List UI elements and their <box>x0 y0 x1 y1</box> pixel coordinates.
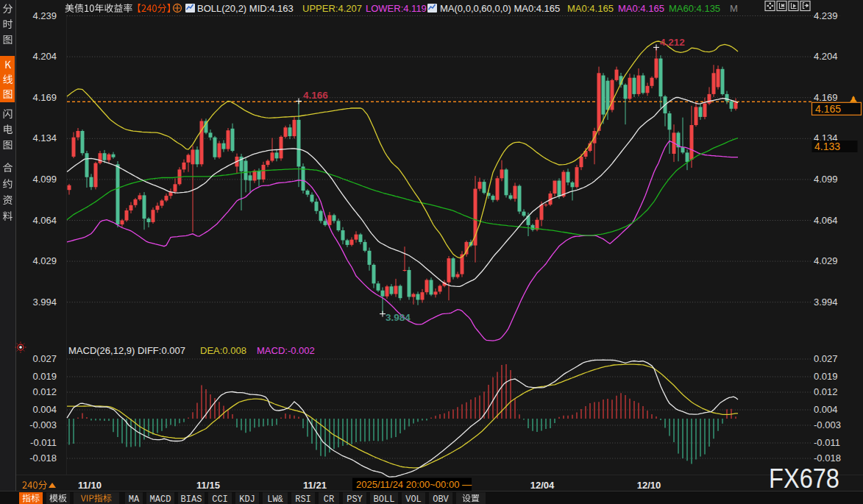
svg-text:RSI: RSI <box>295 494 311 504</box>
svg-text:0.012: 0.012 <box>814 386 838 397</box>
svg-text:FX678: FX678 <box>769 464 839 494</box>
svg-text:2025/11/24 20:00~00:00 —: 2025/11/24 20:00~00:00 — <box>356 479 472 490</box>
svg-text:4.204: 4.204 <box>814 51 838 62</box>
svg-text:VOL: VOL <box>405 494 422 504</box>
svg-text:-0.011: -0.011 <box>30 437 57 448</box>
svg-text:LW&: LW& <box>267 494 283 504</box>
svg-text:MA0:4.165: MA0:4.165 <box>567 3 614 14</box>
svg-text:CCI: CCI <box>212 494 228 504</box>
svg-text:DEA:0.008: DEA:0.008 <box>200 345 246 356</box>
svg-text:4.099: 4.099 <box>32 174 57 185</box>
svg-text:-0.003: -0.003 <box>814 419 841 430</box>
svg-text:0.027: 0.027 <box>814 353 838 364</box>
svg-text:4.165: 4.165 <box>815 103 841 115</box>
svg-text:-0.011: -0.011 <box>814 437 840 448</box>
svg-text:LOWER:4.119: LOWER:4.119 <box>366 3 427 14</box>
svg-text:MACD: MACD <box>150 494 171 504</box>
svg-text:M: M <box>730 3 738 14</box>
svg-text:UPPER:4.207: UPPER:4.207 <box>302 3 362 14</box>
svg-text:BIAS: BIAS <box>181 494 202 504</box>
svg-text:0.019: 0.019 <box>814 371 838 382</box>
svg-text:PSY: PSY <box>347 494 363 504</box>
svg-text:4.064: 4.064 <box>814 215 838 226</box>
svg-text:4.169: 4.169 <box>814 92 838 103</box>
svg-text:OBV: OBV <box>433 494 449 504</box>
svg-text:KDJ: KDJ <box>239 494 255 504</box>
svg-text:0.027: 0.027 <box>32 353 57 364</box>
svg-text:CR: CR <box>324 494 334 504</box>
svg-text:4.212: 4.212 <box>660 37 685 48</box>
svg-text:4.239: 4.239 <box>814 10 838 21</box>
svg-text:MA0:4.165: MA0:4.165 <box>618 3 664 14</box>
svg-text:4.166: 4.166 <box>303 90 328 101</box>
svg-text:0.004: 0.004 <box>32 404 57 415</box>
svg-text:-0.003: -0.003 <box>29 419 57 430</box>
svg-text:3.994: 3.994 <box>32 297 57 308</box>
svg-text:3.994: 3.994 <box>814 297 838 308</box>
svg-text:4.133: 4.133 <box>814 141 840 152</box>
svg-text:11/15: 11/15 <box>196 480 220 491</box>
svg-text:4.029: 4.029 <box>814 255 838 266</box>
svg-text:12/10: 12/10 <box>637 480 661 491</box>
svg-text:4.064: 4.064 <box>32 215 57 226</box>
svg-text:MACD(26,12,9) DIFF:0.007: MACD(26,12,9) DIFF:0.007 <box>68 345 185 356</box>
svg-text:4.029: 4.029 <box>32 255 57 266</box>
svg-text:BOLL: BOLL <box>374 494 395 504</box>
svg-text:-0.018: -0.018 <box>814 452 841 464</box>
svg-text:BOLL(20,2) MID:4.163: BOLL(20,2) MID:4.163 <box>197 3 294 14</box>
svg-text:MA: MA <box>129 494 140 504</box>
svg-text:-0.018: -0.018 <box>29 452 57 464</box>
svg-text:4.099: 4.099 <box>814 174 838 185</box>
svg-text:4.134: 4.134 <box>32 132 57 143</box>
svg-text:12/04: 12/04 <box>530 480 555 491</box>
svg-text:11/21: 11/21 <box>303 480 327 491</box>
svg-text:0.012: 0.012 <box>32 386 57 397</box>
svg-text:MA60:4.135: MA60:4.135 <box>669 3 720 14</box>
svg-text:4.169: 4.169 <box>32 92 57 103</box>
svg-text:3.984: 3.984 <box>386 312 411 323</box>
svg-text:4.239: 4.239 <box>32 10 57 21</box>
svg-text:MA(0,0,0,60,0,0) MA0:4.165: MA(0,0,0,60,0,0) MA0:4.165 <box>440 3 560 14</box>
svg-text:4.204: 4.204 <box>32 51 57 62</box>
svg-text:11/10: 11/10 <box>78 480 102 491</box>
svg-text:0.019: 0.019 <box>32 371 57 382</box>
svg-text:MACD:-0.002: MACD:-0.002 <box>257 345 315 356</box>
svg-text:0.004: 0.004 <box>814 404 838 415</box>
